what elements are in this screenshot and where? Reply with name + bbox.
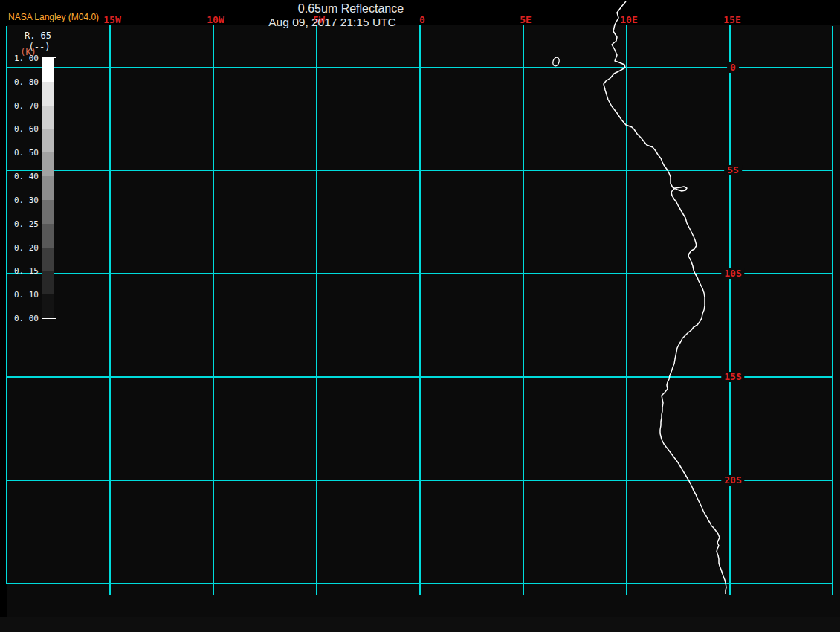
colorbar-tick-label: 0. 15 xyxy=(0,266,39,276)
timestamp-subtitle: Aug 09, 2017 21:15 UTC xyxy=(268,16,395,29)
colorbar-block-10 xyxy=(42,294,54,318)
colorbar-tick-label: 0. 70 xyxy=(0,100,39,110)
legend-title: R. 65 xyxy=(25,30,51,41)
longitude-label-10E: 10E xyxy=(620,16,637,25)
colorbar-tick-label: 0. 10 xyxy=(0,290,39,300)
graticule-labels: 15W10W5W05E10E15E05S10S15S20S xyxy=(0,0,840,632)
colorbar-block-6 xyxy=(42,200,54,224)
colorbar-block-9 xyxy=(42,271,54,294)
colorbar-block-4 xyxy=(42,152,54,176)
colorbar-tick-label: 0. 20 xyxy=(0,242,39,252)
colorbar-tick-label: 1. 00 xyxy=(0,54,39,63)
colorbar-tick-label: 0. 00 xyxy=(0,314,39,323)
legend-subtitle: (--) xyxy=(29,42,51,52)
colorbar-tick-label: 0. 80 xyxy=(0,77,39,86)
colorbar-tick-label: 0. 40 xyxy=(0,172,39,181)
colorbar-tick-label: 0. 25 xyxy=(0,219,39,228)
colorbar-tick-label: 0. 30 xyxy=(0,195,39,204)
latitude-label-10S: 10S xyxy=(721,268,744,279)
colorbar-tick-label: 0. 60 xyxy=(0,124,39,134)
latitude-label-20S: 20S xyxy=(721,475,744,486)
latitude-label-15S: 15S xyxy=(721,372,744,382)
footer-strip xyxy=(0,617,840,632)
latitude-label-5S: 5S xyxy=(724,165,742,175)
latitude-label-0: 0 xyxy=(727,62,739,73)
longitude-label-0: 0 xyxy=(419,16,425,25)
page-title: 0.65um Reflectance xyxy=(298,2,404,16)
longitude-label-10W: 10W xyxy=(207,16,224,25)
colorbar-tick-label: 0. 50 xyxy=(0,148,39,158)
longitude-label-5E: 5E xyxy=(520,16,532,25)
credit-label: NASA Langley (M04.0) xyxy=(8,12,99,22)
colorbar-block-2 xyxy=(42,106,54,129)
longitude-label-15E: 15E xyxy=(723,16,740,25)
colorbar-block-3 xyxy=(42,129,54,152)
colorbar-block-5 xyxy=(42,176,54,200)
colorbar-block-7 xyxy=(42,224,54,248)
colorbar-block-8 xyxy=(42,248,54,271)
colorbar-block-0 xyxy=(42,58,54,82)
longitude-label-15W: 15W xyxy=(103,16,120,25)
satellite-map-view: 15W10W5W05E10E15E05S10S15S20S (K) R. 65 … xyxy=(0,0,840,632)
colorbar-block-1 xyxy=(42,82,54,106)
